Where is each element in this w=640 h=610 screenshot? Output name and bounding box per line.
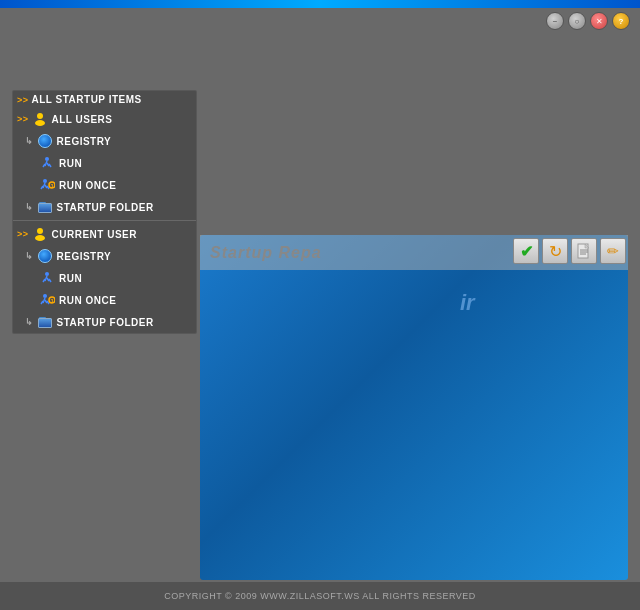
sub-arrow-icon: ↳ (25, 251, 34, 261)
app-title: Startup Repa (210, 244, 322, 262)
sidebar: >> ALL STARTUP ITEMS >> ALL USERS ↳ REGI… (12, 90, 197, 334)
svg-text:1: 1 (51, 183, 55, 189)
minimize-button[interactable]: − (546, 12, 564, 30)
svg-point-0 (37, 113, 43, 119)
sidebar-label: RUN ONCE (59, 180, 116, 191)
sidebar-item-registry-1[interactable]: ↳ REGISTRY (13, 130, 196, 152)
run-icon (39, 155, 55, 171)
arrow-icon: >> (17, 95, 29, 105)
globe-icon (37, 248, 53, 264)
globe-icon (37, 133, 53, 149)
sub-arrow-icon: ↳ (25, 317, 34, 327)
sidebar-label: RUN (59, 273, 82, 284)
sidebar-label: ALL USERS (52, 114, 113, 125)
sidebar-item-all-users[interactable]: >> ALL USERS (13, 108, 196, 130)
user-icon (32, 111, 48, 127)
run-once-icon: 1 (39, 292, 55, 308)
sidebar-label: REGISTRY (57, 251, 112, 262)
content-partial-text: ir (460, 290, 475, 316)
svg-line-24 (41, 301, 43, 304)
run-once-icon: 1 (39, 177, 55, 193)
svg-line-19 (43, 279, 45, 282)
svg-point-2 (45, 157, 49, 161)
run-icon (39, 270, 55, 286)
main-content-area (200, 235, 628, 580)
sidebar-item-run-1[interactable]: RUN (13, 152, 196, 174)
sidebar-item-run-2[interactable]: RUN (13, 267, 196, 289)
sidebar-item-registry-2[interactable]: ↳ REGISTRY (13, 245, 196, 267)
document-button[interactable] (571, 238, 597, 264)
edit-button[interactable]: ✏ (600, 238, 626, 264)
user-icon (32, 226, 48, 242)
svg-line-6 (49, 164, 51, 167)
main-inner (200, 235, 628, 580)
sidebar-item-run-once-2[interactable]: 1 RUN ONCE (13, 289, 196, 311)
svg-point-15 (35, 235, 45, 241)
sidebar-label: RUN ONCE (59, 295, 116, 306)
footer: COPYRIGHT © 2009 WWW.ZILLASOFT.WS ALL RI… (0, 582, 640, 610)
sidebar-label: STARTUP FOLDER (57, 202, 154, 213)
svg-text:1: 1 (51, 298, 55, 304)
window-controls: − ○ ✕ ? (546, 12, 630, 30)
svg-point-14 (37, 228, 43, 234)
toolbar: ✔ ↻ ✏ (513, 238, 626, 264)
svg-point-21 (43, 294, 47, 298)
svg-point-1 (35, 120, 45, 126)
sidebar-label: REGISTRY (57, 136, 112, 147)
svg-line-5 (43, 164, 45, 167)
svg-line-10 (41, 186, 43, 189)
sidebar-item-startup-folder-2[interactable]: ↳ STARTUP FOLDER (13, 311, 196, 333)
help-button[interactable]: ? (612, 12, 630, 30)
restore-button[interactable]: ○ (568, 12, 586, 30)
svg-point-16 (45, 272, 49, 276)
sidebar-item-startup-folder-1[interactable]: ↳ STARTUP FOLDER (13, 196, 196, 218)
refresh-button[interactable]: ↻ (542, 238, 568, 264)
arrow-icon: >> (17, 114, 29, 124)
sidebar-label: RUN (59, 158, 82, 169)
svg-line-20 (49, 279, 51, 282)
sidebar-item-run-once-1[interactable]: 1 RUN ONCE (13, 174, 196, 196)
sidebar-label: STARTUP FOLDER (57, 317, 154, 328)
sidebar-item-all-startup[interactable]: >> ALL STARTUP ITEMS (13, 91, 196, 108)
sidebar-divider (13, 220, 196, 221)
sidebar-label: CURRENT USER (52, 229, 137, 240)
copyright-text: COPYRIGHT © 2009 WWW.ZILLASOFT.WS ALL RI… (164, 591, 476, 601)
top-bar (0, 0, 640, 8)
sub-arrow-icon: ↳ (25, 202, 34, 212)
close-button[interactable]: ✕ (590, 12, 608, 30)
folder-icon (37, 314, 53, 330)
folder-icon (37, 199, 53, 215)
sidebar-label: ALL STARTUP ITEMS (32, 94, 142, 105)
sub-arrow-icon: ↳ (25, 136, 34, 146)
arrow-icon: >> (17, 229, 29, 239)
check-button[interactable]: ✔ (513, 238, 539, 264)
svg-point-7 (43, 179, 47, 183)
sidebar-item-current-user[interactable]: >> CURRENT USER (13, 223, 196, 245)
